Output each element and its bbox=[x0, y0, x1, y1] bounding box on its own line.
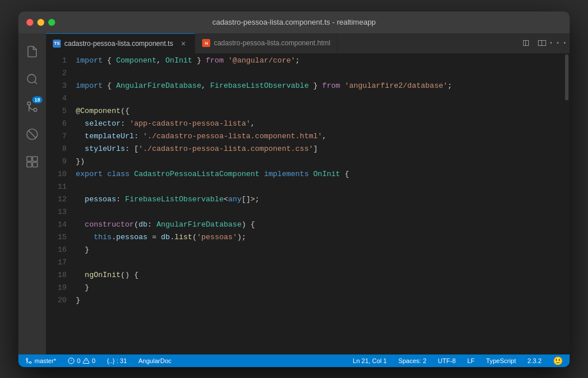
warning-icon bbox=[83, 357, 90, 364]
encoding-status[interactable]: UTF-8 bbox=[436, 354, 458, 367]
code-line-18: ngOnInit() { bbox=[71, 269, 564, 282]
svg-point-10 bbox=[30, 361, 32, 363]
editor-area: TS cadastro-pessoa-lista.component.ts × … bbox=[46, 33, 570, 354]
branch-label: master* bbox=[34, 357, 56, 364]
more-actions-button[interactable]: ··· bbox=[551, 36, 565, 50]
scrollbar-thumb[interactable] bbox=[565, 54, 568, 100]
svg-point-2 bbox=[34, 108, 37, 111]
source-control-badge: 18 bbox=[32, 96, 42, 103]
code-line-20: } bbox=[71, 294, 564, 307]
titlebar: cadastro-pessoa-lista.component.ts - rea… bbox=[18, 11, 570, 33]
code-line-2 bbox=[71, 67, 564, 80]
svg-line-1 bbox=[34, 81, 37, 84]
code-line-5: @Component({ bbox=[71, 105, 564, 118]
svg-rect-8 bbox=[27, 162, 32, 166]
svg-rect-7 bbox=[33, 156, 37, 161]
version-status[interactable]: 2.3.2 bbox=[525, 354, 544, 367]
tab-html[interactable]: H cadastro-pessoa-lista.component.html bbox=[195, 33, 338, 53]
app-window: cadastro-pessoa-lista.component.ts - rea… bbox=[18, 11, 570, 367]
scrollbar[interactable] bbox=[564, 53, 570, 354]
status-bar: master* 0 0 {..} : 31 AngularDoc Ln 21, … bbox=[18, 354, 570, 367]
code-line-9: }) bbox=[71, 155, 564, 168]
code-line-13 bbox=[71, 206, 564, 219]
encoding-label: UTF-8 bbox=[438, 357, 456, 364]
code-line-10: export class CadastroPessoaListaComponen… bbox=[71, 168, 564, 181]
editor-layout-button[interactable] bbox=[535, 36, 549, 50]
smiley-icon: 🙂 bbox=[553, 356, 563, 365]
code-line-8: styleUrls: ['./cadastro-pessoa-lista.com… bbox=[71, 143, 564, 155]
tab-ts[interactable]: TS cadastro-pessoa-lista.component.ts × bbox=[46, 33, 195, 53]
line-ending-status[interactable]: LF bbox=[465, 354, 477, 367]
code-line-7: templateUrl: './cadastro-pessoa-lista.co… bbox=[71, 130, 564, 143]
line-numbers: 12345 678910 1112131415 1617181920 bbox=[46, 53, 71, 354]
debug-icon[interactable] bbox=[18, 120, 46, 148]
main-layout: 18 TS bbox=[18, 33, 570, 354]
svg-rect-6 bbox=[27, 156, 32, 161]
code-line-19: } bbox=[71, 282, 564, 294]
source-control-icon[interactable]: 18 bbox=[18, 93, 46, 120]
code-line-15: this.pessoas = db.list('pessoas'); bbox=[71, 231, 564, 244]
minimize-button[interactable] bbox=[37, 19, 44, 26]
tab-html-label: cadastro-pessoa-lista.component.html bbox=[214, 39, 330, 47]
svg-rect-9 bbox=[33, 162, 37, 166]
split-editor-button[interactable] bbox=[519, 36, 533, 50]
svg-point-11 bbox=[26, 358, 28, 360]
code-line-1: import { Component, OnInit } from '@angu… bbox=[71, 54, 564, 67]
errors-status[interactable]: 0 0 bbox=[65, 354, 98, 367]
tabs-actions: ··· bbox=[519, 36, 570, 50]
window-title: cadastro-pessoa-lista.component.ts - rea… bbox=[212, 18, 376, 26]
branch-icon bbox=[25, 357, 32, 364]
folding-label: {..} : 31 bbox=[107, 357, 127, 364]
position-label: Ln 21, Col 1 bbox=[353, 357, 386, 364]
traffic-lights bbox=[26, 19, 55, 26]
code-line-12: pessoas: FirebaseListObservable<any[]>; bbox=[71, 193, 564, 206]
svg-point-0 bbox=[28, 74, 36, 83]
code-line-14: constructor(db: AngularFireDatabase) { bbox=[71, 219, 564, 231]
line-ending-label: LF bbox=[467, 357, 475, 364]
errors-label: 0 bbox=[77, 357, 80, 364]
activity-bar: 18 bbox=[18, 33, 46, 354]
spaces-label: Spaces: 2 bbox=[399, 357, 427, 364]
tab-ts-label: cadastro-pessoa-lista.component.ts bbox=[64, 40, 173, 48]
svg-line-5 bbox=[29, 130, 36, 138]
position-status[interactable]: Ln 21, Col 1 bbox=[350, 354, 389, 367]
extensions-icon[interactable] bbox=[18, 148, 46, 176]
error-icon bbox=[68, 357, 75, 364]
code-line-16: } bbox=[71, 244, 564, 256]
folding-status[interactable]: {..} : 31 bbox=[105, 354, 129, 367]
version-label: 2.3.2 bbox=[528, 357, 541, 364]
code-line-3: import { AngularFireDatabase, FirebaseLi… bbox=[71, 80, 564, 92]
branch-status[interactable]: master* bbox=[23, 354, 59, 367]
svg-point-3 bbox=[28, 102, 31, 105]
warnings-label: 0 bbox=[92, 357, 95, 364]
language-status[interactable]: TypeScript bbox=[484, 354, 519, 367]
code-editor[interactable]: import { Component, OnInit } from '@angu… bbox=[71, 53, 564, 354]
files-icon[interactable] bbox=[18, 38, 46, 65]
angulardoc-status[interactable]: AngularDoc bbox=[136, 354, 173, 367]
maximize-button[interactable] bbox=[48, 19, 55, 26]
html-icon: H bbox=[202, 39, 210, 47]
feedback-icon[interactable]: 🙂 bbox=[551, 354, 565, 367]
spaces-status[interactable]: Spaces: 2 bbox=[396, 354, 429, 367]
close-button[interactable] bbox=[26, 19, 33, 26]
code-line-17 bbox=[71, 256, 564, 269]
angulardoc-label: AngularDoc bbox=[138, 357, 171, 364]
tabs-bar: TS cadastro-pessoa-lista.component.ts × … bbox=[46, 33, 570, 53]
code-container: 12345 678910 1112131415 1617181920 impor… bbox=[46, 53, 570, 354]
ts-icon: TS bbox=[53, 40, 61, 48]
search-icon[interactable] bbox=[18, 65, 46, 93]
tab-ts-close[interactable]: × bbox=[179, 39, 188, 48]
code-line-11 bbox=[71, 181, 564, 193]
code-line-6: selector: 'app-cadastro-pessoa-lista', bbox=[71, 118, 564, 130]
code-line-4 bbox=[71, 92, 564, 105]
language-label: TypeScript bbox=[486, 357, 516, 364]
